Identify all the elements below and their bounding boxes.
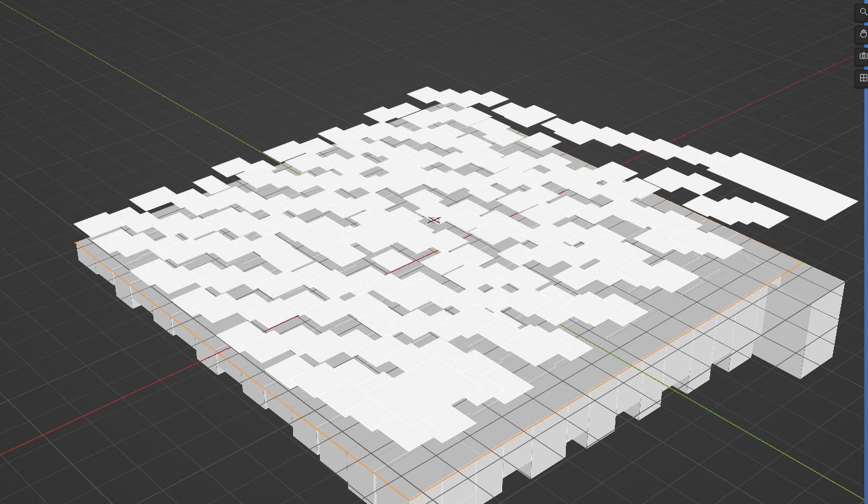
zoom-tool[interactable] [855,4,868,22]
view-tool[interactable] [855,70,868,88]
grid-icon [859,73,868,85]
viewport-side-toolbar [855,4,868,88]
viewport-3d[interactable] [0,0,868,504]
svg-line-1 [865,13,867,15]
svg-point-0 [861,9,866,13]
hand-icon [859,29,868,41]
camera-icon [859,51,868,63]
camera-tool[interactable] [855,48,868,66]
magnifier-icon [859,7,868,19]
svg-point-3 [862,54,866,57]
move-tool[interactable] [855,26,868,44]
